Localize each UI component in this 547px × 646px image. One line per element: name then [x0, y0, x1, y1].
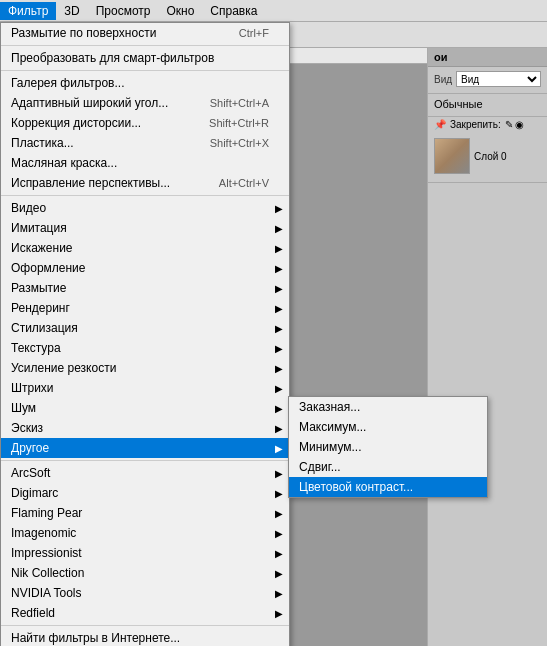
menu-oil-paint[interactable]: Масляная краска... — [1, 153, 289, 173]
menu-nvidia-tools[interactable]: NVIDIA Tools — [1, 583, 289, 603]
menu-noise[interactable]: Шум — [1, 398, 289, 418]
separator-4 — [1, 460, 289, 461]
menu-sharpen[interactable]: Усиление резкости — [1, 358, 289, 378]
separator-3 — [1, 195, 289, 196]
menu-liquify[interactable]: Пластика... Shift+Ctrl+X — [1, 133, 289, 153]
separator-5 — [1, 625, 289, 626]
panel-pin-icons: ✎ ◉ — [505, 119, 525, 130]
menu-arcsoft[interactable]: ArcSoft — [1, 463, 289, 483]
submenu-other: Заказная... Максимум... Минимум... Сдвиг… — [288, 396, 488, 498]
menu-find-online[interactable]: Найти фильтры в Интернете... — [1, 628, 289, 646]
menu-distortion-correct[interactable]: Коррекция дисторсии... Shift+Ctrl+R — [1, 113, 289, 133]
panel-normal-label-row: Обычные — [434, 98, 541, 110]
menu-stylization[interactable]: Стилизация — [1, 318, 289, 338]
separator-1 — [1, 45, 289, 46]
menu-rendering[interactable]: Рендеринг — [1, 298, 289, 318]
panel-view-section: Вид Вид — [428, 67, 547, 94]
menu-bar: Фильтр 3D Просмотр Окно Справка — [0, 0, 547, 22]
menu-vanishing-point[interactable]: Исправление перспективы... Alt+Ctrl+V — [1, 173, 289, 193]
panel-header: ои — [428, 48, 547, 67]
menu-nik-collection[interactable]: Nik Collection — [1, 563, 289, 583]
panel-view-label: Вид — [434, 74, 452, 85]
menu-strokes[interactable]: Штрихи — [1, 378, 289, 398]
menu-distortion[interactable]: Искажение — [1, 238, 289, 258]
menu-redfield[interactable]: Redfield — [1, 603, 289, 623]
menu-adaptive-wide[interactable]: Адаптивный широкий угол... Shift+Ctrl+A — [1, 93, 289, 113]
menu-item-window[interactable]: Окно — [158, 2, 202, 20]
panel-view-row: Вид Вид — [434, 71, 541, 87]
menu-item-3d[interactable]: 3D — [56, 2, 87, 20]
pin-icon: 📌 — [434, 119, 446, 130]
panel-title: ои — [434, 51, 447, 63]
separator-2 — [1, 70, 289, 71]
filter-dropdown-menu: Размытие по поверхности Ctrl+F Преобразо… — [0, 22, 290, 646]
panel-normal-label: Обычные — [434, 98, 483, 110]
layer-name: Слой 0 — [474, 151, 507, 162]
menu-sketch[interactable]: Эскиз — [1, 418, 289, 438]
submenu-shift[interactable]: Сдвиг... — [289, 457, 487, 477]
menu-decoration[interactable]: Оформление — [1, 258, 289, 278]
panel-pin-label: Закрепить: — [450, 119, 501, 130]
panel-layer-section: Слой 0 — [428, 132, 547, 183]
menu-blur-surface[interactable]: Размытие по поверхности Ctrl+F — [1, 23, 289, 43]
menu-flamingpear[interactable]: Flaming Pear — [1, 503, 289, 523]
menu-impressionist[interactable]: Impressionist — [1, 543, 289, 563]
submenu-custom[interactable]: Заказная... — [289, 397, 487, 417]
menu-digimarc[interactable]: Digimarc — [1, 483, 289, 503]
menu-other[interactable]: Другое — [1, 438, 289, 458]
layer-thumbnail — [434, 138, 470, 174]
menu-texture[interactable]: Текстура — [1, 338, 289, 358]
menu-filter-gallery[interactable]: Галерея фильтров... — [1, 73, 289, 93]
menu-imagenomic[interactable]: Imagenomic — [1, 523, 289, 543]
panel-pin-row: 📌 Закрепить: ✎ ◉ — [428, 117, 547, 132]
menu-smart-filter[interactable]: Преобразовать для смарт-фильтров — [1, 48, 289, 68]
panel-view-select[interactable]: Вид — [456, 71, 541, 87]
submenu-high-pass[interactable]: Цветовой контраст... — [289, 477, 487, 497]
menu-blur[interactable]: Размытие — [1, 278, 289, 298]
menu-imitation[interactable]: Имитация — [1, 218, 289, 238]
right-panel: ои Вид Вид Обычные 📌 Закрепить: ✎ ◉ Слой… — [427, 48, 547, 646]
menu-item-help[interactable]: Справка — [202, 2, 265, 20]
submenu-maximum[interactable]: Максимум... — [289, 417, 487, 437]
menu-item-view[interactable]: Просмотр — [88, 2, 159, 20]
menu-item-filter[interactable]: Фильтр — [0, 2, 56, 20]
submenu-minimum[interactable]: Минимум... — [289, 437, 487, 457]
panel-normal-section: Обычные — [428, 94, 547, 117]
panel-layer-row[interactable]: Слой 0 — [434, 138, 541, 174]
menu-video[interactable]: Видео — [1, 198, 289, 218]
